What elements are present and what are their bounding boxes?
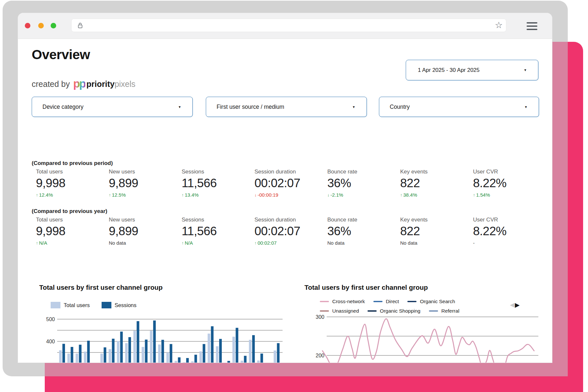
metric-card: Key events 822 No data (400, 217, 473, 246)
filter-label: Device category (42, 104, 83, 110)
metric-delta: ↓ -00:00:19 (254, 192, 327, 198)
metric-value: 00:02:07 (254, 224, 327, 238)
legend-item[interactable]: Referral (429, 308, 459, 314)
filter-country[interactable]: Country ▼ (379, 97, 539, 117)
legend-label: Unassigned (332, 308, 359, 314)
minimize-button[interactable] (38, 23, 44, 28)
metric-label: Bounce rate (327, 169, 400, 175)
trend-arrow-icon: ↑ (109, 192, 111, 197)
legend-swatch (368, 310, 377, 312)
svg-text:200: 200 (316, 353, 324, 358)
bar-chart-title: Total users by first user channel group (39, 284, 163, 291)
legend-label: Sessions (115, 302, 137, 308)
metric-value: 11,566 (182, 224, 254, 238)
metric-delta-text: No data (109, 240, 126, 246)
legend-item[interactable]: Sessions (102, 302, 137, 308)
legend-label: Organic Shopping (380, 308, 420, 314)
metric-card: Sessions 11,566 ↑ 13.4% (182, 169, 254, 198)
metric-delta: ↑ 38.4% (400, 192, 473, 198)
close-button[interactable] (25, 23, 30, 28)
trend-arrow-icon: ↑ (182, 192, 184, 197)
legend-swatch (320, 301, 329, 302)
caret-down-icon: ▼ (524, 68, 527, 72)
filter-label: First user source / medium (217, 104, 284, 110)
legend-swatch (320, 310, 329, 312)
metric-delta: ↑ N/A (182, 240, 254, 246)
desktop-canvas: ☆ Overview created by pp priority pixels… (0, 0, 588, 392)
bar-chart-legend: Total usersSessions (51, 302, 137, 308)
trend-arrow-icon: ↑ (36, 192, 38, 197)
metric-delta-text: 13.4% (185, 192, 199, 198)
brand-name-bold: priority (87, 79, 115, 89)
legend-item[interactable]: Cross-network (320, 299, 365, 304)
line-chart: 300200 (299, 314, 544, 363)
metric-label: New users (109, 169, 182, 175)
filter-device-category[interactable]: Device category ▼ (32, 97, 193, 117)
metric-label: Session duration (254, 217, 327, 223)
metric-value: 36% (327, 176, 400, 190)
metric-card: Sessions 11,566 ↑ N/A (182, 217, 254, 246)
legend-swatch (429, 310, 438, 312)
metric-delta-text: N/A (185, 240, 193, 246)
metric-label: Total users (36, 169, 109, 175)
bar-chart: 500400 (36, 314, 286, 363)
address-bar[interactable]: ☆ (71, 19, 506, 32)
legend-item[interactable]: Direct (373, 299, 399, 304)
metric-delta-text: 00:02:07 (258, 240, 277, 246)
metric-delta: ↑ N/A (36, 240, 109, 246)
metric-delta-text: N/A (39, 240, 47, 246)
legend-item[interactable]: Total users (51, 302, 90, 308)
legend-item[interactable]: Organic Search (407, 299, 455, 304)
legend-item[interactable]: Unassigned (320, 308, 359, 314)
brand-logo: pp (73, 77, 85, 90)
caret-down-icon: ▼ (352, 105, 355, 109)
metric-delta-text: 12.5% (112, 192, 126, 198)
trend-arrow-icon: ↑ (254, 240, 257, 245)
trend-arrow-icon: ↓ (327, 192, 330, 197)
trend-arrow-icon: ↑ (400, 192, 402, 197)
metric-delta-text: 38.4% (403, 192, 417, 198)
metric-delta: ↑ 12.4% (36, 192, 109, 198)
metric-value: 11,566 (182, 176, 254, 190)
metric-delta: ↓ -2.1% (327, 192, 400, 198)
legend-swatch (102, 302, 111, 308)
metric-value: 9,899 (109, 176, 182, 190)
legend-label: Referral (441, 308, 459, 314)
legend-label: Total users (64, 302, 90, 308)
metric-delta-text: -00:00:19 (258, 192, 278, 198)
legend-swatch (407, 301, 416, 302)
legend-item[interactable]: Organic Shopping (368, 308, 420, 314)
prev-page-icon[interactable]: ◀ (510, 302, 514, 308)
metric-delta: No data (400, 240, 473, 246)
byline-prefix: created by (32, 79, 70, 89)
metric-label: Bounce rate (327, 217, 400, 223)
filter-first-user-source-medium[interactable]: First user source / medium ▼ (206, 97, 367, 117)
date-range-value: 1 Apr 2025 - 30 Apr 2025 (418, 67, 480, 74)
menu-icon[interactable] (527, 22, 537, 30)
trend-arrow-icon: ↑ (182, 240, 184, 245)
bookmark-star-icon[interactable]: ☆ (495, 20, 503, 30)
trend-arrow-icon: ↓ (254, 192, 257, 197)
metric-card: User CVR 8.22% ↑ 1.54% (473, 169, 546, 198)
next-page-icon[interactable]: ▶ (515, 301, 520, 309)
metric-card: Bounce rate 36% ↓ -2.1% (327, 169, 400, 198)
metric-value: 9,998 (36, 224, 109, 238)
page-title: Overview (32, 47, 90, 62)
svg-text:500: 500 (46, 317, 55, 322)
metric-row: Total users 9,998 ↑ 12.4% New users 9,89… (36, 169, 546, 198)
trend-arrow-icon: ↑ (473, 192, 475, 197)
metric-label: User CVR (473, 169, 546, 175)
browser-window: ☆ Overview created by pp priority pixels… (18, 13, 552, 363)
metric-label: New users (109, 217, 182, 223)
browser-toolbar: ☆ (18, 13, 552, 39)
metric-label: Sessions (182, 169, 254, 175)
metric-label: Key events (400, 169, 473, 175)
metric-delta: ↑ 00:02:07 (254, 240, 327, 246)
lock-icon (77, 22, 84, 30)
line-chart-legend-row-2: UnassignedOrganic ShoppingReferral (320, 308, 459, 314)
maximize-button[interactable] (51, 23, 56, 28)
metric-group-heading: (Compared to previous period) (32, 160, 113, 167)
metric-delta-text: 1.54% (476, 192, 490, 198)
date-range-select[interactable]: 1 Apr 2025 - 30 Apr 2025 ▼ (406, 60, 538, 80)
trend-arrow-icon: ↑ (36, 240, 38, 245)
